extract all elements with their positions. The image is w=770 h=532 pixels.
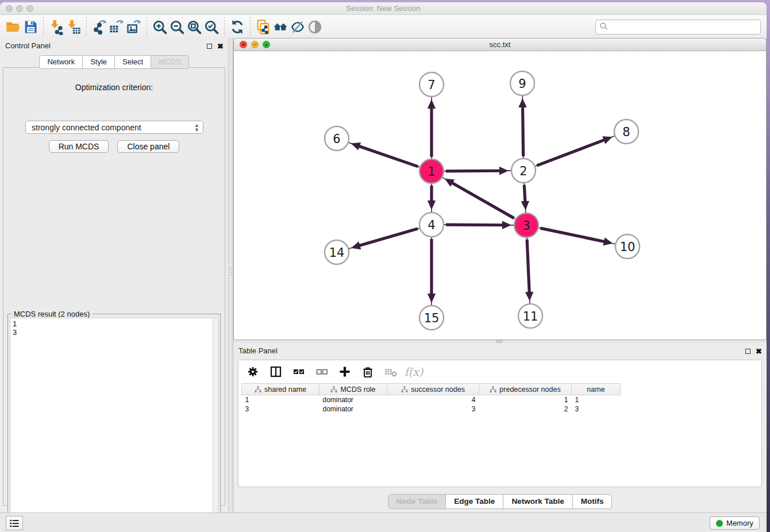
column-header-MCDS-role[interactable]: MCDS role [319,384,387,395]
refresh-layout-icon[interactable] [229,18,246,36]
table-cell[interactable]: 1 [242,395,319,404]
column-header-predecessor-nodes[interactable]: predecessor nodes [479,384,572,395]
run-mcds-button[interactable]: Run MCDS [49,140,109,153]
graph-edge-4-3[interactable] [444,221,514,229]
graph-edge-2-9[interactable] [518,96,526,158]
column-header-successor-nodes[interactable]: successor nodes [387,384,479,395]
task-history-button[interactable] [6,516,23,530]
graph-node-3[interactable]: 3 [514,213,538,237]
table-cell[interactable]: 3 [572,404,621,414]
graph-edge-3-10[interactable] [539,228,615,246]
function-builder-icon[interactable]: f(x) [406,364,421,379]
save-session-icon[interactable] [22,18,39,36]
deselect-all-icon[interactable] [314,364,329,379]
svg-text:11: 11 [523,310,538,323]
table-cell[interactable]: 4 [387,395,479,404]
open-folder-icon[interactable] [5,18,22,36]
table-cell[interactable]: 3 [387,404,479,414]
network-canvas[interactable]: 1234678910111415 [234,51,766,340]
graph-node-15[interactable]: 15 [419,306,444,330]
add-row-icon[interactable] [337,364,352,379]
select-all-icon[interactable] [291,364,306,379]
graph-node-4[interactable]: 4 [419,213,444,237]
graph-edge-1-7[interactable] [428,97,436,159]
search-box[interactable] [595,20,761,34]
node-table-container: f(x) shared nameMCDS rolesuccessor nodes… [238,360,762,487]
vertical-split-divider[interactable] [228,38,233,512]
table-panel-header: Table Panel ✖ [233,343,767,359]
graph-node-9[interactable]: 9 [510,71,534,95]
column-header-name[interactable]: name [572,384,621,395]
tab-network[interactable]: Network [39,55,83,69]
clone-network-icon[interactable] [255,18,272,36]
export-table-icon[interactable] [108,18,125,36]
graph-node-7[interactable]: 7 [419,72,444,97]
zoom-out-icon[interactable] [168,18,186,36]
first-neighbors-icon[interactable] [272,18,289,36]
tab-select[interactable]: Select [115,55,151,69]
graph-edge-4-14[interactable] [349,228,419,249]
tab-style[interactable]: Style [83,55,115,69]
tab-node-table[interactable]: Node Table [388,494,446,509]
toolbar-separator [224,17,225,37]
app-window: Session: New Session Control Panel ✖ Net… [0,2,767,532]
table-row[interactable]: 1dominator411 [242,395,621,404]
delete-table-icon[interactable] [383,364,398,379]
graph-edge-4-15[interactable] [428,237,436,305]
stepper-icon: ▲▼ [194,123,199,132]
table-cell[interactable]: 1 [572,395,621,404]
memory-button[interactable]: Memory [710,516,760,530]
control-panel-close-icon[interactable]: ✖ [217,44,224,49]
graph-edge-2-3[interactable] [521,183,529,213]
table-cell[interactable]: 3 [242,404,319,414]
table-cell[interactable]: dominator [319,404,387,414]
search-input[interactable] [610,21,760,33]
table-cell[interactable]: 2 [479,404,572,414]
tab-motifs[interactable]: Motifs [573,494,613,509]
graph-node-10[interactable]: 10 [615,234,640,259]
close-panel-button[interactable]: Close panel [117,140,179,153]
export-network-icon[interactable] [91,18,108,36]
main-toolbar [0,15,767,39]
zoom-fit-icon[interactable] [186,18,203,36]
graph-edge-1-6[interactable] [349,142,419,167]
show-columns-icon[interactable] [268,364,283,379]
column-header-shared-name[interactable]: shared name [242,384,319,395]
delete-row-icon[interactable] [360,364,375,379]
tab-edge-table[interactable]: Edge Table [446,494,503,509]
import-table-icon[interactable] [65,18,82,36]
table-row[interactable]: 3dominator323 [242,404,621,414]
graph-node-11[interactable]: 11 [518,304,542,328]
graph-edge-2-8[interactable] [536,136,615,166]
list-icon [9,518,20,529]
tab-network-table[interactable]: Network Table [503,494,572,509]
table-cell[interactable]: dominator [319,395,387,404]
graph-node-14[interactable]: 14 [325,240,349,264]
hide-details-icon[interactable] [289,18,306,36]
graph-edge-1-2[interactable] [444,167,511,175]
toggle-details-icon[interactable] [306,18,324,36]
mcds-result-text[interactable]: 1 3 [10,318,213,525]
svg-text:15: 15 [424,311,440,325]
zoom-in-icon[interactable] [151,18,168,36]
control-panel-float-icon[interactable] [207,44,212,49]
criterion-dropdown[interactable]: strongly connected component ▲▼ [25,121,203,134]
graph-edge-3-11[interactable] [525,238,533,303]
zoom-selected-icon[interactable] [203,18,220,36]
import-network-icon[interactable] [48,18,65,36]
graph-edge-1-4[interactable] [428,184,436,212]
settings-gear-icon[interactable] [245,364,260,379]
export-image-icon[interactable] [125,18,143,36]
graph-node-8[interactable]: 8 [614,119,638,144]
graph-node-1[interactable]: 1 [419,159,444,183]
toolbar-separator [250,17,251,37]
vertical-split-handle[interactable] [229,268,232,277]
table-panel-float-icon[interactable] [745,349,750,354]
graph-edge-3-1[interactable] [442,178,515,219]
table-cell[interactable]: 1 [479,395,572,404]
table-panel-close-icon[interactable]: ✖ [756,349,762,354]
graph-node-6[interactable]: 6 [325,126,349,151]
graph-node-2[interactable]: 2 [511,159,536,183]
mcds-result-scrollbar[interactable] [213,318,218,525]
tab-mcds[interactable]: MCDS [151,55,188,69]
